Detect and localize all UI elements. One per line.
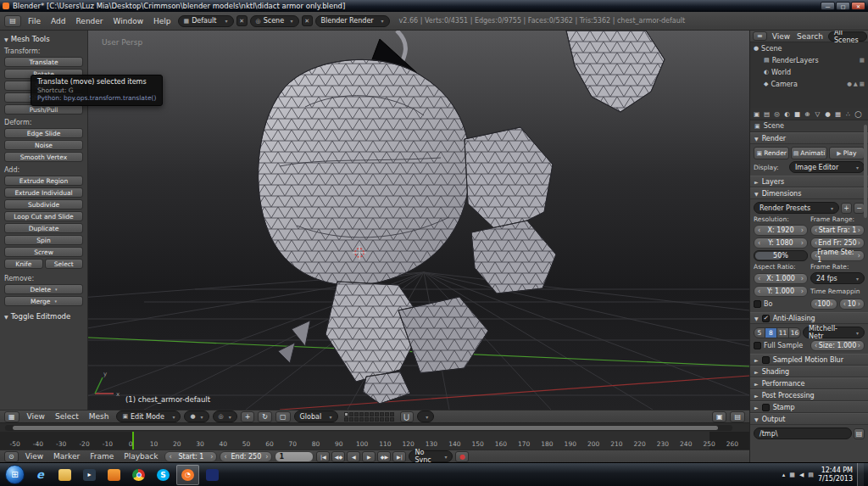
properties-scrollbar[interactable] bbox=[864, 125, 867, 218]
aa-samples-5-button[interactable]: 5 bbox=[754, 327, 765, 338]
properties-editor[interactable]: ▣▤◎◐■⊕▽●▦∴◯ ▣ Scene ▼ Render ▣ Render ▤ … bbox=[749, 108, 868, 462]
post-processing-panel-header[interactable]: ► Post Processing bbox=[750, 389, 868, 401]
knife-select-button[interactable]: Select bbox=[45, 259, 84, 269]
properties-tab[interactable]: ◐ bbox=[782, 109, 792, 120]
render-opengl-anim-button[interactable]: ▤ bbox=[730, 411, 745, 422]
timeline-scrollbar[interactable] bbox=[5, 425, 732, 431]
menu-item[interactable]: File bbox=[24, 17, 45, 25]
tray-volume-icon[interactable]: ◀ bbox=[799, 472, 804, 478]
tool-button[interactable]: Smooth Vertex bbox=[4, 152, 83, 162]
properties-tab[interactable]: ∴ bbox=[843, 109, 853, 120]
tool-button[interactable]: Subdivide bbox=[4, 199, 83, 209]
timeline-scrollbar-handle[interactable] bbox=[13, 426, 718, 430]
viewport-shading-dropdown[interactable]: ● bbox=[184, 411, 209, 422]
tool-button[interactable]: Spin bbox=[4, 235, 83, 245]
taskbar-app-orange[interactable] bbox=[103, 465, 125, 485]
menu-item[interactable]: Frame bbox=[86, 452, 118, 461]
taskbar-app-blender[interactable]: ◔ bbox=[176, 465, 199, 485]
snap-magnet-icon[interactable]: ⋃ bbox=[400, 411, 415, 422]
mode-dropdown[interactable]: ▣ Edit Mode bbox=[116, 411, 181, 422]
orientation-dropdown[interactable]: Global bbox=[294, 411, 338, 422]
sampled-motion-blur-panel-header[interactable]: ► Sampled Motion Blur bbox=[750, 354, 868, 366]
aa-samples-16-button[interactable]: 16 bbox=[789, 327, 801, 338]
layers-widget[interactable] bbox=[344, 412, 394, 422]
playback-button[interactable]: ◆▶ bbox=[377, 451, 391, 462]
menu-item[interactable]: Select bbox=[51, 412, 83, 421]
frame-rate-dropdown[interactable]: 24 fps bbox=[810, 272, 865, 284]
render-animation-button[interactable]: ▤ Animati bbox=[791, 147, 826, 159]
aa-size-field[interactable]: Size: 1.000 bbox=[810, 340, 865, 351]
stamp-panel-header[interactable]: ► Stamp bbox=[750, 401, 868, 413]
stamp-checkbox[interactable] bbox=[762, 404, 770, 411]
play-rendered-button[interactable]: ▶ Play bbox=[829, 147, 865, 159]
render-presets-dropdown[interactable]: Render Presets bbox=[754, 202, 839, 214]
frame-start-field[interactable]: Start: 1 bbox=[164, 451, 217, 462]
renderability-icon[interactable]: ▦ bbox=[860, 81, 865, 87]
output-path-field[interactable]: /tmp\ bbox=[754, 427, 852, 439]
aspect-y-field[interactable]: Y: 1.000 bbox=[754, 286, 808, 297]
outliner-item-scene[interactable]: ● Scene bbox=[750, 42, 868, 54]
outliner-editor[interactable]: ≡ ViewSearch All Scenes ● Scene ▤ Render… bbox=[749, 31, 868, 108]
properties-tab[interactable]: ⊕ bbox=[803, 109, 812, 120]
snap-element-dropdown[interactable] bbox=[417, 411, 434, 422]
properties-tab[interactable]: ◯ bbox=[854, 109, 863, 120]
scene-selector[interactable]: ◎ Scene bbox=[250, 15, 299, 27]
tray-network-icon[interactable]: ▦ bbox=[789, 472, 795, 478]
render-button[interactable]: ▣ Render bbox=[754, 147, 789, 159]
time-remap-new-field[interactable]: 10 bbox=[839, 299, 865, 310]
outliner-item-camera[interactable]: ◆ Camera ● ▲ ▦ bbox=[750, 78, 868, 90]
playback-button[interactable]: ▶ bbox=[362, 451, 376, 462]
motion-blur-checkbox[interactable] bbox=[762, 356, 770, 364]
display-dropdown[interactable]: Image Editor bbox=[789, 161, 865, 173]
manipulator-translate-button[interactable]: + bbox=[241, 411, 255, 422]
output-panel-header[interactable]: ▼ Output bbox=[750, 413, 868, 425]
timeline-editor[interactable]: -50-40-30-20-100102030405060708090100110… bbox=[0, 422, 749, 450]
time-remap-old-field[interactable]: 100 bbox=[810, 299, 837, 310]
manipulator-rotate-button[interactable]: ↻ bbox=[258, 411, 272, 422]
menu-item[interactable]: Marker bbox=[49, 452, 84, 461]
aa-samples-11-button[interactable]: 11 bbox=[777, 327, 789, 338]
delete-menu-button[interactable]: Delete bbox=[4, 284, 83, 294]
outliner-editor-icon[interactable]: ≡ bbox=[753, 31, 767, 41]
menu-item[interactable]: View bbox=[21, 452, 47, 461]
resolution-percentage-slider[interactable]: 50% bbox=[754, 250, 808, 261]
menu-item[interactable]: Search bbox=[794, 32, 826, 41]
maximize-button[interactable]: ▢ bbox=[836, 2, 850, 10]
render-panel-header[interactable]: ▼ Render bbox=[750, 132, 868, 144]
info-editor-icon[interactable]: ▤ bbox=[4, 15, 21, 27]
pivot-dropdown[interactable]: ◎ bbox=[213, 411, 237, 422]
taskbar-app-browser[interactable] bbox=[127, 465, 150, 485]
taskbar-app-skype[interactable]: S bbox=[152, 465, 175, 485]
tray-expand-icon[interactable]: ▴ bbox=[782, 472, 786, 478]
properties-tab[interactable]: ▤ bbox=[762, 109, 771, 120]
record-button[interactable]: ● bbox=[455, 451, 469, 462]
taskbar-app-explorer[interactable] bbox=[53, 465, 76, 485]
menu-item[interactable]: Render bbox=[72, 17, 108, 25]
timeline-editor-icon[interactable]: ⊙ bbox=[4, 451, 19, 462]
toggle-editmode-panel-header[interactable]: ▼ Toggle Editmode bbox=[4, 312, 83, 321]
outliner-scope-dropdown[interactable]: All Scenes bbox=[828, 31, 867, 42]
render-toggle-icon[interactable]: ▦ bbox=[860, 57, 865, 64]
tool-button[interactable]: Duplicate bbox=[4, 223, 83, 233]
aa-samples-8-button[interactable]: 8 bbox=[765, 327, 777, 338]
timeline-ruler-area[interactable]: -50-40-30-20-100102030405060708090100110… bbox=[0, 432, 749, 450]
tool-button[interactable]: Translate bbox=[4, 57, 83, 67]
resolution-x-field[interactable]: X: 1920 bbox=[754, 225, 808, 236]
screen-layout-selector[interactable]: ▦ Default bbox=[178, 15, 234, 27]
resolution-y-field[interactable]: Y: 1080 bbox=[754, 237, 808, 249]
tray-flag-icon[interactable]: ▤ bbox=[808, 472, 814, 478]
mesh-tools-panel-header[interactable]: ▼ Mesh Tools bbox=[4, 35, 83, 43]
minimize-button[interactable]: — bbox=[821, 2, 835, 10]
taskbar-app-media-player[interactable]: ▸ bbox=[78, 465, 101, 485]
merge-menu-button[interactable]: Merge bbox=[4, 296, 83, 306]
antialiasing-checkbox[interactable] bbox=[762, 315, 770, 322]
menu-item[interactable]: Mesh bbox=[85, 412, 114, 421]
taskbar-clock[interactable]: 12:44 PM 7/15/2013 bbox=[818, 466, 853, 483]
properties-tab[interactable]: ▦ bbox=[833, 109, 843, 120]
frame-step-field[interactable]: Frame Ste: 1 bbox=[810, 250, 865, 261]
outliner-item-world[interactable]: ◐ World bbox=[750, 66, 868, 78]
menu-item[interactable]: View bbox=[23, 412, 49, 421]
browse-folder-button[interactable]: ▤ bbox=[854, 428, 865, 439]
unlink-scene-button[interactable]: ✕ bbox=[302, 15, 313, 26]
performance-panel-header[interactable]: ► Performance bbox=[750, 377, 868, 389]
